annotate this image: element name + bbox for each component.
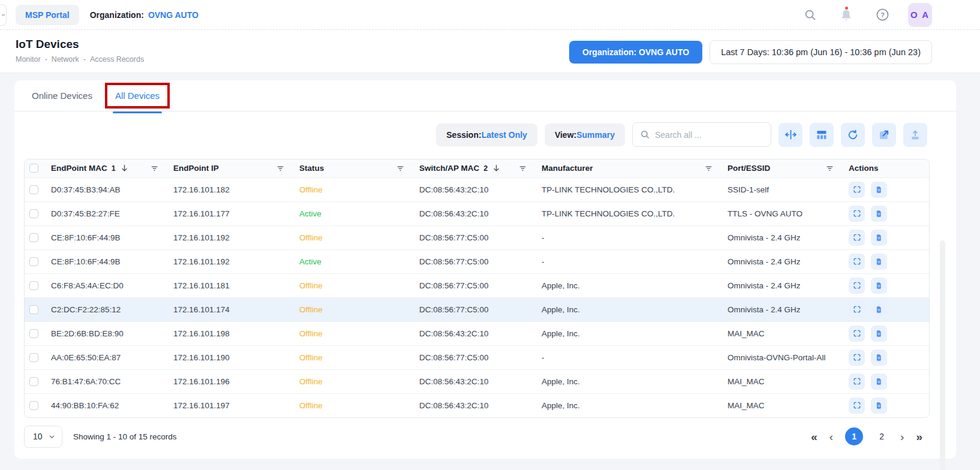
- organization-value-link[interactable]: OVNG AUTO: [148, 10, 199, 20]
- user-avatar[interactable]: O A: [908, 3, 932, 27]
- select-all-checkbox[interactable]: [29, 164, 38, 173]
- cell-endpoint-mac: AA:0E:65:50:EA:87: [43, 345, 165, 369]
- tab-online-devices[interactable]: Online Devices: [24, 85, 100, 106]
- expand-row-button[interactable]: [849, 278, 865, 294]
- column-header-port-essid[interactable]: Port/ESSID: [719, 159, 840, 177]
- filter-icon[interactable]: [150, 164, 159, 173]
- cell-switch-ap-mac: DC:08:56:43:2C:10: [411, 201, 533, 225]
- expand-row-button[interactable]: [849, 254, 865, 270]
- row-checkbox[interactable]: [29, 353, 38, 362]
- expand-row-button[interactable]: [849, 373, 865, 390]
- cell-endpoint-ip: 172.16.101.192: [165, 249, 291, 273]
- filter-icon[interactable]: [704, 164, 713, 173]
- table-scrollbar[interactable]: [940, 240, 945, 470]
- last-page-button[interactable]: »: [916, 431, 922, 442]
- page-header-actions: Organization: OVNG AUTO Last 7 Days: 10:…: [569, 40, 932, 64]
- next-page-button[interactable]: ›: [900, 431, 904, 442]
- tab-all-devices-with-annotation-box[interactable]: All Devices: [105, 83, 170, 109]
- table-row[interactable]: 44:90:BB:10:FA:62 172.16.101.197 Offline…: [25, 393, 929, 417]
- details-document-button[interactable]: [871, 230, 887, 246]
- expand-row-button[interactable]: [849, 326, 865, 342]
- details-document-button[interactable]: [871, 206, 887, 222]
- details-document-button[interactable]: [871, 373, 887, 390]
- session-filter-chip[interactable]: Session:Latest Only: [436, 123, 537, 146]
- filter-icon[interactable]: [276, 164, 285, 173]
- previous-page-button[interactable]: ‹: [829, 431, 833, 442]
- first-page-button[interactable]: «: [811, 431, 817, 442]
- row-checkbox[interactable]: [29, 257, 38, 266]
- breadcrumb-item[interactable]: Monitor: [16, 55, 41, 64]
- details-document-button[interactable]: [871, 182, 887, 198]
- table-row[interactable]: 76:B1:47:6A:70:CC 172.16.101.196 Offline…: [25, 369, 929, 393]
- search-icon[interactable]: [802, 7, 818, 23]
- row-checkbox[interactable]: [29, 185, 38, 194]
- row-checkbox[interactable]: [29, 305, 38, 314]
- columns-settings-button[interactable]: [810, 123, 834, 147]
- breadcrumb-item[interactable]: Access Records: [90, 55, 144, 64]
- help-icon[interactable]: ?: [874, 7, 890, 23]
- row-checkbox[interactable]: [29, 209, 38, 218]
- details-document-button[interactable]: [871, 350, 887, 366]
- table-row[interactable]: C6:F8:A5:4A:EC:D0 172.16.101.181 Offline…: [25, 273, 929, 297]
- expand-row-button[interactable]: [849, 302, 865, 318]
- row-checkbox[interactable]: [29, 233, 38, 242]
- row-checkbox[interactable]: [29, 281, 38, 290]
- row-actions: [849, 346, 923, 369]
- cell-switch-ap-mac: DC:08:56:43:2C:10: [411, 177, 533, 201]
- export-upload-icon: [909, 129, 921, 141]
- page-number-1[interactable]: 1: [845, 427, 863, 445]
- document-icon: [875, 378, 883, 385]
- column-resize-button[interactable]: [778, 123, 802, 147]
- table-row[interactable]: D0:37:45:B3:94:AB 172.16.101.182 Offline…: [25, 177, 929, 201]
- column-header-endpoint-ip[interactable]: EndPoint IP: [165, 159, 291, 177]
- expand-row-button[interactable]: [849, 350, 865, 366]
- table-row[interactable]: CE:8F:10:6F:44:9B 172.16.101.192 Active …: [25, 249, 929, 273]
- table-row[interactable]: BE:2D:6B:BD:E8:90 172.16.101.198 Offline…: [25, 321, 929, 345]
- column-header-manufacturer[interactable]: Manufacturer: [533, 159, 719, 177]
- organization-selector-button[interactable]: Organization: OVNG AUTO: [569, 41, 702, 64]
- session-value: Latest Only: [482, 130, 527, 140]
- search-input[interactable]: [655, 130, 763, 140]
- expand-row-button[interactable]: [849, 206, 865, 222]
- view-label: View:: [555, 130, 576, 140]
- cell-port-essid: MAI_MAC: [719, 393, 840, 417]
- refresh-button[interactable]: [841, 123, 865, 147]
- page-size-select[interactable]: 10: [24, 426, 62, 448]
- table-row[interactable]: D0:37:45:B2:27:FE 172.16.101.177 Active …: [25, 201, 929, 225]
- row-checkbox[interactable]: [29, 329, 38, 338]
- expand-row-button[interactable]: [849, 230, 865, 246]
- sidebar-collapse-handle[interactable]: [0, 4, 7, 26]
- page-number-2[interactable]: 2: [875, 432, 888, 441]
- cell-endpoint-ip: 172.16.101.190: [165, 345, 291, 369]
- date-range-picker[interactable]: Last 7 Days: 10:36 pm (Jun 16) - 10:36 p…: [710, 40, 932, 64]
- document-icon: [875, 186, 883, 194]
- details-document-button[interactable]: [871, 397, 887, 414]
- sort-desc-arrow-icon[interactable]: [120, 164, 129, 173]
- table-row[interactable]: C2:DC:F2:22:85:12 172.16.101.174 Offline…: [25, 297, 929, 321]
- details-document-button[interactable]: [871, 326, 887, 342]
- details-document-button[interactable]: [871, 254, 887, 270]
- filter-icon[interactable]: [396, 164, 405, 173]
- breadcrumb-item[interactable]: Network: [52, 55, 79, 64]
- open-external-button[interactable]: [872, 123, 896, 147]
- column-header-switch-ap-mac[interactable]: Switch/AP MAC 2: [411, 159, 533, 177]
- export-button[interactable]: [903, 123, 927, 147]
- details-document-button[interactable]: [871, 278, 887, 294]
- expand-row-button[interactable]: [849, 397, 865, 414]
- filter-icon[interactable]: [825, 164, 834, 173]
- view-filter-chip[interactable]: View:Summary: [545, 123, 625, 146]
- column-header-status[interactable]: Status: [291, 159, 411, 177]
- column-header-endpoint-mac[interactable]: EndPoint MAC 1: [43, 159, 165, 177]
- filter-icon[interactable]: [518, 164, 527, 173]
- table-row[interactable]: CE:8F:10:6F:44:9B 172.16.101.192 Offline…: [25, 225, 929, 249]
- row-checkbox[interactable]: [29, 377, 38, 386]
- details-document-button[interactable]: [871, 302, 887, 318]
- column-resize-icon: [784, 128, 797, 141]
- notifications-bell-icon[interactable]: [838, 7, 854, 23]
- table-row[interactable]: AA:0E:65:50:EA:87 172.16.101.190 Offline…: [25, 345, 929, 369]
- cell-switch-ap-mac: DC:08:56:77:C5:00: [411, 225, 533, 249]
- sort-desc-arrow-icon[interactable]: [492, 164, 501, 173]
- row-checkbox[interactable]: [29, 401, 38, 410]
- expand-row-button[interactable]: [849, 182, 865, 198]
- msp-portal-button[interactable]: MSP Portal: [16, 5, 79, 25]
